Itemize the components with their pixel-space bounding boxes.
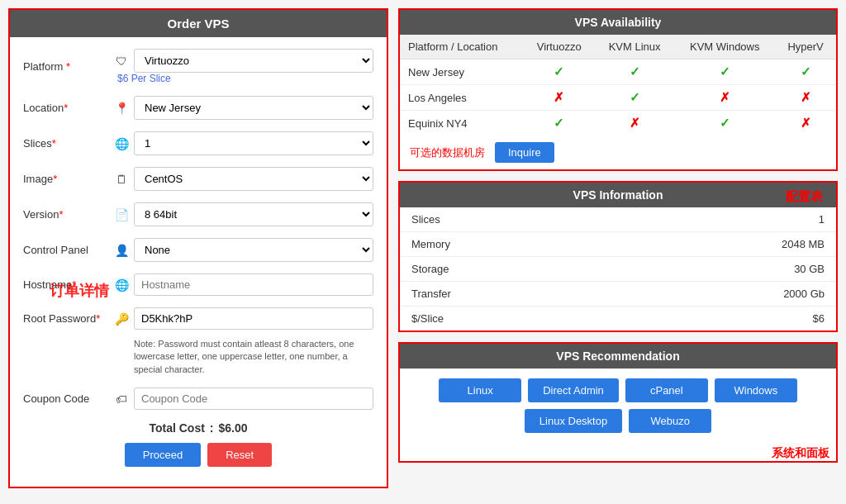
control-panel-icon: 👤 <box>114 244 129 257</box>
rec-row-2: Linux DesktopWebuzo <box>410 409 826 433</box>
version-row: Version* 📄 8 64bit <box>23 202 373 226</box>
vps-availability-section: VPS Availability Platform / Location Vir… <box>398 8 838 171</box>
vps-recommendation-section: VPS Recommendation LinuxDirect AdmincPan… <box>398 342 838 463</box>
avail-check: ✗ <box>720 90 730 104</box>
rec-button[interactable]: Linux Desktop <box>525 409 622 433</box>
total-amount: $6.00 <box>219 421 248 435</box>
avail-location: Equinix NY4 <box>400 111 524 136</box>
vps-info-title: VPS Information <box>400 183 836 207</box>
right-panel: VPS Availability Platform / Location Vir… <box>398 8 838 488</box>
info-key: Storage <box>400 257 612 282</box>
rec-button[interactable]: Windows <box>715 378 797 402</box>
info-key: Slices <box>400 207 612 232</box>
coupon-row: Coupon Code 🏷 <box>23 388 373 410</box>
platform-select[interactable]: Virtuozzo <box>134 49 373 73</box>
location-row: Location* 📍 New Jersey <box>23 96 373 120</box>
info-key: Memory <box>400 232 612 257</box>
avail-location: New Jersey <box>400 59 524 85</box>
sys-label: 系统和面板 <box>400 443 836 461</box>
info-data-row: Memory2048 MB <box>400 232 836 257</box>
info-value: 1 <box>612 207 836 232</box>
avail-check: ✗ <box>630 116 640 130</box>
vps-info-section: VPS Information 配置表 Slices1Memory2048 MB… <box>398 181 838 332</box>
slices-select[interactable]: 1 <box>134 131 373 155</box>
proceed-button[interactable]: Proceed <box>125 443 201 467</box>
root-password-row: Root Password* 🔑 Note: Password must con… <box>23 307 373 376</box>
recommendation-title: VPS Recommendation <box>400 344 836 368</box>
inquire-row: 可选的数据机房 Inquire <box>400 136 836 169</box>
slices-label: Slices* <box>23 137 114 150</box>
root-password-input[interactable] <box>134 307 373 330</box>
avail-check: ✓ <box>720 116 730 130</box>
info-data-row: $/Slice$6 <box>400 307 836 331</box>
rec-button[interactable]: Linux <box>439 378 521 402</box>
version-icon: 📄 <box>114 208 129 221</box>
info-value: 30 GB <box>612 257 836 282</box>
shield-icon: 🛡 <box>114 55 129 68</box>
order-vps-title: Order VPS <box>10 10 387 37</box>
avail-data-row: New Jersey✓✓✓✓ <box>400 59 836 85</box>
avail-check: ✓ <box>630 64 640 78</box>
avail-col-virtuozzo: Virtuozzo <box>524 35 595 59</box>
control-panel-select[interactable]: None <box>134 238 373 262</box>
avail-col-hyperv: HyperV <box>775 35 836 59</box>
rec-button[interactable]: Webuzo <box>629 409 711 433</box>
info-table: Slices1Memory2048 MBStorage30 GBTransfer… <box>400 207 836 330</box>
total-colon: : <box>210 421 214 435</box>
avail-header-row: Platform / Location Virtuozzo KVM Linux … <box>400 35 836 59</box>
avail-col-location: Platform / Location <box>400 35 524 59</box>
inquire-label: 可选的数据机房 <box>410 145 485 160</box>
total-row: Total Cost : $6.00 <box>23 421 373 435</box>
avail-check: ✓ <box>554 64 564 78</box>
image-label: Image* <box>23 173 114 185</box>
control-panel-label: Control Panel <box>23 244 114 256</box>
location-select[interactable]: New Jersey <box>134 96 373 120</box>
coupon-icon: 🏷 <box>114 392 129 406</box>
avail-check: ✓ <box>801 64 811 78</box>
platform-row: Platform * 🛡 Virtuozzo $6 Per Slice <box>23 49 373 84</box>
info-value: $6 <box>612 307 836 331</box>
coupon-label: Coupon Code <box>23 392 114 405</box>
availability-title: VPS Availability <box>400 10 836 35</box>
control-panel-row: Control Panel 👤 None <box>23 238 373 262</box>
image-select[interactable]: CentOS <box>134 167 373 191</box>
rec-button[interactable]: cPanel <box>625 378 708 402</box>
avail-check: ✓ <box>630 90 640 104</box>
hostname-input[interactable] <box>134 273 373 296</box>
hostname-row: Hostname* 🌐 <box>23 273 373 296</box>
recommendation-body: LinuxDirect AdmincPanelWindows Linux Des… <box>400 368 836 443</box>
info-data-row: Slices1 <box>400 207 836 232</box>
version-select[interactable]: 8 64bit <box>134 202 373 226</box>
order-vps-panel: Order VPS Platform * 🛡 Virtuozzo $6 Per <box>8 8 388 488</box>
password-icon: 🔑 <box>114 312 129 326</box>
hostname-icon: 🌐 <box>114 278 129 292</box>
avail-col-kvm-linux: KVM Linux <box>595 35 675 59</box>
rec-button[interactable]: Direct Admin <box>528 378 619 402</box>
avail-data-row: Los Angeles✗✓✗✗ <box>400 85 836 111</box>
avail-check: ✗ <box>801 90 811 104</box>
coupon-input[interactable] <box>134 388 373 410</box>
avail-data-row: Equinix NY4✓✗✓✗ <box>400 111 836 136</box>
reset-button[interactable]: Reset <box>207 443 272 467</box>
avail-check: ✗ <box>801 116 811 130</box>
location-icon: 📍 <box>114 102 129 115</box>
avail-col-kvm-windows: KVM Windows <box>674 35 775 59</box>
root-password-label: Root Password* <box>23 312 114 325</box>
location-label: Location* <box>23 102 114 114</box>
version-label: Version* <box>23 208 114 221</box>
avail-check: ✓ <box>554 116 564 130</box>
rec-row-1: LinuxDirect AdmincPanelWindows <box>410 378 826 402</box>
avail-location: Los Angeles <box>400 85 524 111</box>
avail-check: ✗ <box>554 90 564 104</box>
info-data-row: Storage30 GB <box>400 257 836 282</box>
info-key: Transfer <box>400 282 612 307</box>
action-buttons: Proceed Reset <box>23 443 373 475</box>
image-row: Image* 🗒 CentOS <box>23 167 373 191</box>
hostname-label: Hostname* <box>23 278 114 291</box>
info-value: 2048 MB <box>612 232 836 257</box>
info-key: $/Slice <box>400 307 612 331</box>
image-icon: 🗒 <box>114 173 129 186</box>
inquire-button[interactable]: Inquire <box>495 142 554 163</box>
slices-icon: 🌐 <box>114 137 129 150</box>
availability-table: Platform / Location Virtuozzo KVM Linux … <box>400 35 836 136</box>
